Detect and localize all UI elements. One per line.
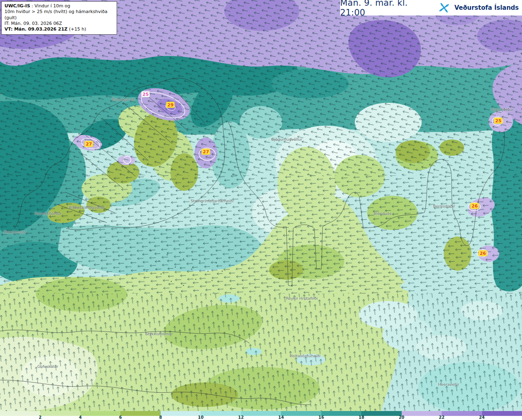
legend-color-segment xyxy=(321,411,361,416)
legend-color-segment xyxy=(40,411,80,416)
legend-tick-label: 14 xyxy=(278,415,284,420)
legend-tick-label: 12 xyxy=(238,415,244,420)
organization-name: Veðurstofa Íslands xyxy=(454,4,519,11)
legend-color-segment xyxy=(241,411,281,416)
legend-color-segment xyxy=(0,411,40,416)
legend-tick-label: 22 xyxy=(439,415,445,420)
legend-color-segment xyxy=(402,411,442,416)
legend-color-segment xyxy=(120,411,160,416)
map-canvas xyxy=(0,0,522,411)
model-id: UWC/IG-IS xyxy=(4,3,30,9)
info-subtitle: 10m hviður > 25 m/s (hvítt) og hámarkshv… xyxy=(4,9,114,21)
legend-tick-label: 18 xyxy=(358,415,364,420)
legend-tick-label: 2 xyxy=(39,415,42,420)
legend-color-segment xyxy=(80,411,120,416)
legend-color-segment xyxy=(361,411,401,416)
info-title-rest: : Vindur í 10m og xyxy=(30,3,70,9)
valid-time-offset: (+15 h) xyxy=(68,27,86,32)
legend-tick-label: 24 xyxy=(479,415,485,420)
legend-color-segment xyxy=(201,411,241,416)
vedurstofa-logo-icon xyxy=(438,2,450,14)
wind-speed-legend: 24681012141618202224 xyxy=(0,411,522,420)
legend-color-segment xyxy=(442,411,482,416)
forecast-datetime: Mán. 9. mar. kl. 21:00 xyxy=(340,0,434,18)
wind-arrows xyxy=(0,0,522,411)
legend-tick-label: 16 xyxy=(319,415,324,420)
valid-time-bold: VT: Mán. 09.03.2026 21Z xyxy=(4,27,68,32)
legend-color-segment xyxy=(482,411,522,416)
legend-color-segment xyxy=(161,411,201,416)
init-time: IT: Mán. 09. 03. 2026 06Z xyxy=(4,21,114,27)
valid-time: VT: Mán. 09.03.2026 21Z (+15 h) xyxy=(4,27,114,32)
legend-tick-label: 10 xyxy=(198,415,203,420)
forecast-info-box: UWC/IG-IS : Vindur í 10m og 10m hviður >… xyxy=(1,1,117,35)
legend-tick-label: 6 xyxy=(119,415,122,420)
legend-color-segment xyxy=(281,411,321,416)
info-line-1: UWC/IG-IS : Vindur í 10m og xyxy=(4,3,114,9)
title-bar: Mán. 9. mar. kl. 21:00 Veðurstofa Ísland… xyxy=(340,0,522,15)
legend-tick-label: 20 xyxy=(399,415,405,420)
weather-map-page: { "header_box": { "model_id": "UWC/IG-IS… xyxy=(0,0,522,420)
wind-field-map xyxy=(0,0,522,411)
legend-tick-row: 24681012141618202224 xyxy=(0,416,522,420)
legend-tick-label: 4 xyxy=(79,415,82,420)
legend-tick-label: 8 xyxy=(159,415,162,420)
